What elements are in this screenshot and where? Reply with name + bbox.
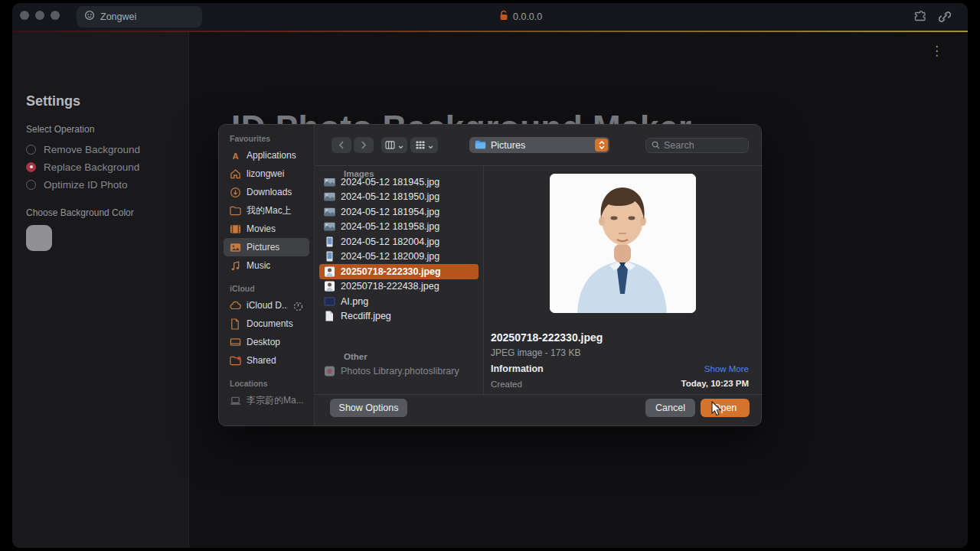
sidebar-item-label: 李宗蔚的Ma... xyxy=(247,394,303,407)
operation-option-label: Remove Background xyxy=(44,144,140,155)
toolbar-divider xyxy=(315,165,763,166)
other-section-header: Other xyxy=(344,352,368,361)
back-button[interactable] xyxy=(332,137,351,153)
background-color-label: Choose Background Color xyxy=(26,207,134,218)
file-thumbnail-landscape xyxy=(324,178,335,187)
sidebar-section-title: Favourites xyxy=(219,134,314,146)
sidebar-item-pictures[interactable]: Pictures xyxy=(224,238,309,256)
file-row[interactable]: 20250718-222330.jpeg xyxy=(319,264,479,279)
sidebar-section-icloud: iCloudiCloud D...DocumentsDesktopShared xyxy=(219,284,314,370)
file-row[interactable]: 2024-05-12 181958.jpg xyxy=(319,220,479,235)
file-name: Recdiff.jpeg xyxy=(341,311,391,321)
chevron-down-icon xyxy=(398,139,403,152)
file-thumbnail-navy xyxy=(324,296,335,307)
file-thumbnail-person xyxy=(324,266,335,277)
sidebar-item-label: 我的Mac上 xyxy=(247,204,292,217)
folder-icon xyxy=(230,205,241,217)
tab-title: Zongwei xyxy=(100,11,136,22)
cloud-icon xyxy=(230,300,241,311)
forward-button[interactable] xyxy=(354,137,374,153)
location-popup-label: Pictures xyxy=(491,140,525,151)
column-view-button[interactable] xyxy=(381,137,407,153)
file-name: 20250718-222330.jpeg xyxy=(341,266,441,277)
sidebar-item-shared[interactable]: Shared xyxy=(224,351,309,370)
sidebar-item-music[interactable]: Music xyxy=(224,256,309,275)
file-thumbnail-doc xyxy=(324,311,335,321)
file-name: Photos Library.photoslibrary xyxy=(341,366,459,377)
file-thumbnail-landscape xyxy=(324,191,335,202)
sidebar-item-icloud-d[interactable]: iCloud D... xyxy=(224,296,309,315)
operation-option-optimize-id-photo[interactable]: Optimize ID Photo xyxy=(26,178,140,191)
sidebar-item-movies[interactable]: Movies xyxy=(224,220,309,238)
open-button[interactable]: Open xyxy=(701,399,750,417)
extensions-icon[interactable] xyxy=(913,10,926,26)
folder-icon xyxy=(475,139,486,152)
sidebar-item-lizongwei[interactable]: lizongwei xyxy=(224,165,309,183)
sidebar-item-documents[interactable]: Documents xyxy=(224,315,309,333)
location-popup[interactable]: Pictures xyxy=(469,137,609,153)
search-field[interactable] xyxy=(645,138,749,153)
sidebar-item-downloads[interactable]: Downloads xyxy=(224,183,309,201)
operation-option-replace-background[interactable]: Replace Background xyxy=(26,160,140,174)
sidebar-item-mac[interactable]: 我的Mac上 xyxy=(224,201,309,220)
group-view-button[interactable] xyxy=(410,137,438,153)
minimize-window-button[interactable] xyxy=(35,11,44,20)
laptop-icon xyxy=(230,395,241,406)
search-icon xyxy=(652,139,660,152)
file-row[interactable]: 20250718-222438.jpeg xyxy=(319,279,479,295)
file-row[interactable]: 2024-05-12 182009.jpg xyxy=(319,249,479,265)
file-row[interactable]: 2024-05-12 181945.jpg xyxy=(319,178,479,190)
sidebar-section-locations: Locations李宗蔚的Ma... xyxy=(219,379,314,409)
address-bar[interactable]: 0.0.0.0 xyxy=(499,9,542,24)
sidebar-item-label: Downloads xyxy=(247,187,292,197)
preview-image xyxy=(550,174,696,313)
file-row[interactable]: 2024-05-12 182004.jpg xyxy=(319,234,479,249)
file-row[interactable]: AI.png xyxy=(319,294,479,309)
sidebar-item-label: Applications xyxy=(247,150,296,161)
background-color-swatch[interactable] xyxy=(26,225,52,251)
images-section-header: Images xyxy=(344,169,374,178)
file-name: 20250718-222438.jpeg xyxy=(341,281,439,292)
home-icon xyxy=(230,168,241,180)
film-icon xyxy=(230,223,241,235)
cancel-button[interactable]: Cancel xyxy=(645,399,695,417)
sidebar-section-favourites: FavouritesAApplicationslizongweiDownload… xyxy=(219,134,314,275)
mouse-cursor xyxy=(711,401,723,420)
sidebar-item-desktop[interactable]: Desktop xyxy=(224,333,309,351)
sidebar-item-label: Shared xyxy=(247,355,276,366)
sidebar-item-applications[interactable]: AApplications xyxy=(224,146,309,165)
radio-button xyxy=(26,145,36,155)
preview-file-meta: JPEG image - 173 KB xyxy=(491,347,580,358)
file-name: 2024-05-12 181950.jpg xyxy=(341,191,439,202)
operation-radio-group: Remove BackgroundReplace BackgroundOptim… xyxy=(26,142,140,191)
file-thumbnail-portrait xyxy=(324,251,335,262)
operation-option-label: Replace Background xyxy=(44,161,139,173)
file-row[interactable]: 2024-05-12 181954.jpg xyxy=(319,204,479,220)
chevron-down-icon xyxy=(428,139,433,152)
operation-option-remove-background[interactable]: Remove Background xyxy=(26,142,140,156)
kebab-menu-icon[interactable]: ⋮ xyxy=(930,44,943,57)
copy-link-icon[interactable] xyxy=(939,11,951,26)
close-window-button[interactable] xyxy=(20,11,29,20)
zoom-window-button[interactable] xyxy=(51,11,60,20)
pictures-icon xyxy=(230,242,241,253)
file-row[interactable]: Recdiff.jpeg xyxy=(319,309,479,324)
show-more-link[interactable]: Show More xyxy=(491,364,749,373)
file-name: 2024-05-12 181958.jpg xyxy=(341,221,439,232)
show-options-button[interactable]: Show Options xyxy=(330,399,407,417)
settings-sidebar: Settings Select Operation Remove Backgro… xyxy=(12,32,189,548)
file-row[interactable]: 2024-05-12 181950.jpg xyxy=(319,190,479,205)
settings-heading: Settings xyxy=(26,93,80,109)
file-thumbnail-landscape xyxy=(324,207,335,217)
browser-tab[interactable]: Zongwei xyxy=(77,6,202,28)
sidebar-item-ma[interactable]: 李宗蔚的Ma... xyxy=(224,391,309,409)
svg-text:A: A xyxy=(232,151,238,160)
download-icon xyxy=(230,187,241,198)
file-row[interactable]: Photos Library.photoslibrary xyxy=(319,364,479,379)
select-operation-label: Select Operation xyxy=(26,124,94,135)
created-value: Today, 10:23 PM xyxy=(491,379,749,388)
search-input[interactable] xyxy=(664,140,743,151)
sidebar-item-label: lizongwei xyxy=(247,168,284,179)
file-open-dialog: FavouritesAApplicationslizongweiDownload… xyxy=(218,124,762,426)
sidebar-item-label: iCloud D... xyxy=(247,300,288,311)
